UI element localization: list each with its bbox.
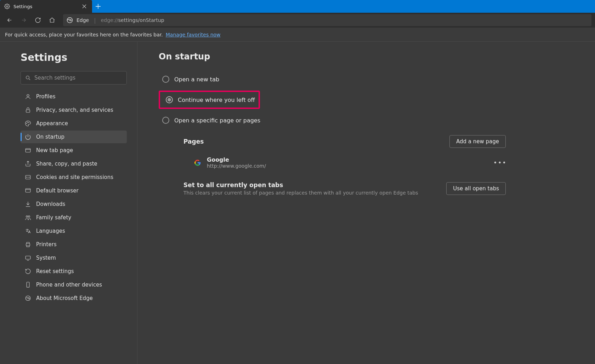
browser-icon [25,187,31,194]
nav-share[interactable]: Share, copy, and paste [21,157,127,170]
paint-icon [25,120,31,127]
tab-strip: Settings [0,0,104,13]
option-specific-pages[interactable]: Open a specific page or pages [159,112,584,128]
new-tab-button[interactable] [92,0,104,13]
set-all-title: Set to all currently open tabs [183,181,418,189]
nav-label: Reset settings [36,268,74,275]
option-continue[interactable]: Continue where you left off [162,92,259,108]
edge-logo-icon [67,17,73,23]
back-button[interactable] [4,14,16,26]
address-label: Edge [76,17,89,23]
search-input[interactable] [34,75,122,81]
highlight-annotation: Continue where you left off [159,91,260,109]
language-icon [25,228,31,234]
browser-tab-settings[interactable]: Settings [0,0,92,13]
main-area: Settings Profiles Privacy, search, and s… [0,42,595,364]
google-favicon [194,159,201,166]
settings-content: On startup Open a new tab Continue where… [137,42,595,364]
nav-profiles[interactable]: Profiles [21,90,127,103]
nav-on-startup[interactable]: On startup [21,131,127,143]
nav-printers[interactable]: Printers [21,238,127,251]
nav-label: Appearance [36,120,68,127]
pages-header-row: Pages Add a new page [183,135,506,148]
svg-point-2 [26,76,29,79]
nav-label: Downloads [36,201,65,207]
svg-point-3 [27,94,29,97]
tab-title: Settings [13,4,77,9]
pages-header: Pages [183,138,204,145]
svg-point-5 [27,123,27,124]
refresh-button[interactable] [32,14,44,26]
svg-rect-4 [26,110,30,112]
cookie-icon [25,174,31,180]
use-all-tabs-button[interactable]: Use all open tabs [446,182,506,195]
svg-rect-16 [26,256,30,259]
svg-point-10 [27,177,27,178]
nav-label: Profiles [36,93,55,100]
nav-cookies[interactable]: Cookies and site permissions [21,171,127,184]
nav-downloads[interactable]: Downloads [21,198,127,210]
nav-label: Share, copy, and paste [36,161,97,167]
printer-icon [25,241,31,248]
nav-label: Default browser [36,187,79,194]
share-icon [25,161,31,167]
family-icon [25,214,31,221]
nav-reset[interactable]: Reset settings [21,265,127,278]
pages-subsection: Pages Add a new page Google http://www.g… [183,135,506,196]
page-entry-google: Google http://www.google.com/ ••• [183,154,506,171]
svg-point-11 [29,177,29,178]
nav-label: Languages [36,228,65,234]
page-info: Google http://www.google.com/ [207,156,489,169]
settings-nav: Profiles Privacy, search, and services A… [21,90,127,305]
nav-label: Privacy, search, and services [36,107,113,113]
favorites-text: For quick access, place your favorites h… [5,32,163,37]
profile-icon [25,93,31,100]
content-heading: On startup [159,52,584,62]
lock-icon [25,107,31,113]
set-all-tabs-section: Set to all currently open tabs This clea… [183,181,506,196]
svg-rect-15 [26,244,30,246]
option-label: Open a new tab [174,76,219,83]
edge-icon [25,295,31,301]
manage-favorites-link[interactable]: Manage favorites now [166,32,221,37]
favorites-bar: For quick access, place your favorites h… [0,28,595,42]
option-open-new-tab[interactable]: Open a new tab [159,71,584,87]
nav-system[interactable]: System [21,252,127,264]
home-button[interactable] [46,14,58,26]
reset-icon [25,268,31,275]
svg-rect-12 [26,189,30,192]
nav-new-tab[interactable]: New tab page [21,144,127,157]
option-label: Open a specific page or pages [174,117,260,124]
search-icon [25,75,31,81]
nav-family[interactable]: Family safety [21,211,127,224]
nav-appearance[interactable]: Appearance [21,117,127,130]
nav-about[interactable]: About Microsoft Edge [21,292,127,305]
titlebar: Settings [0,0,595,13]
search-settings-field[interactable] [21,71,127,85]
nav-phone[interactable]: Phone and other devices [21,278,127,291]
address-url: edge://settings/onStartup [101,17,164,23]
svg-point-14 [28,216,30,218]
page-url: http://www.google.com/ [207,163,489,169]
svg-rect-8 [26,149,30,152]
system-icon [25,255,31,261]
forward-button[interactable] [18,14,30,26]
settings-sidebar: Settings Profiles Privacy, search, and s… [0,42,137,364]
nav-default-browser[interactable]: Default browser [21,184,127,197]
radio-circle [162,76,169,83]
add-page-button[interactable]: Add a new page [449,135,506,148]
page-title: Google [207,156,489,163]
address-bar[interactable]: Edge | edge://settings/onStartup [63,14,591,26]
nav-languages[interactable]: Languages [21,225,127,237]
page-more-button[interactable]: ••• [494,157,506,168]
gear-icon [4,4,10,9]
nav-label: About Microsoft Edge [36,295,93,301]
close-tab-button[interactable] [81,3,88,10]
nav-label: Cookies and site permissions [36,174,113,180]
nav-privacy[interactable]: Privacy, search, and services [21,104,127,116]
startup-options: Open a new tab Continue where you left o… [159,71,584,128]
nav-label: New tab page [36,147,73,154]
option-label: Continue where you left off [178,97,255,103]
phone-icon [25,282,31,288]
tab-icon [25,147,31,154]
